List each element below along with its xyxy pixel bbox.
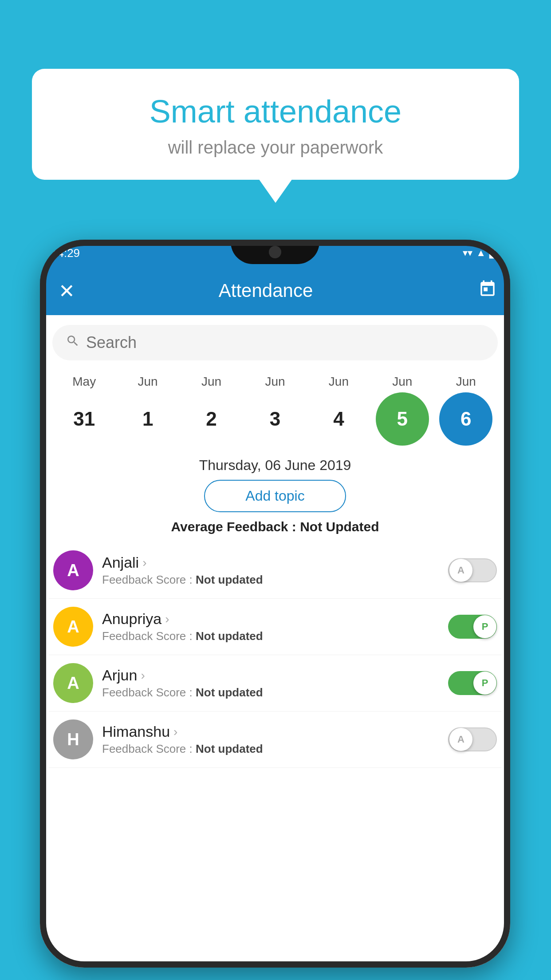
student-name[interactable]: Arjun › (102, 667, 448, 684)
search-input[interactable] (86, 333, 484, 352)
toggle-knob: A (449, 728, 472, 751)
avg-feedback-value: Not Updated (300, 519, 379, 534)
signal-icon: ▲ (476, 247, 486, 259)
avg-feedback: Average Feedback : Not Updated (40, 519, 510, 534)
feedback-score: Feedback Score : Not updated (102, 742, 448, 756)
status-time: 14:29 (51, 246, 80, 260)
status-icons: ▾▾ ▲ ▊ (463, 247, 497, 259)
month-jun-5: Jun (376, 375, 429, 389)
month-may: May (58, 375, 111, 389)
student-avatar: A (53, 607, 93, 647)
search-bar[interactable] (52, 325, 498, 360)
wifi-icon: ▾▾ (463, 247, 472, 259)
battery-icon: ▊ (489, 247, 497, 259)
avg-feedback-label: Average Feedback : (171, 519, 300, 534)
search-icon (66, 334, 80, 352)
date-31[interactable]: 31 (58, 392, 111, 446)
add-topic-button[interactable]: Add topic (204, 480, 346, 512)
attendance-toggle[interactable]: A (448, 727, 497, 751)
student-info: Arjun › Feedback Score : Not updated (102, 667, 448, 699)
month-jun-4: Jun (312, 375, 365, 389)
student-avatar: A (53, 663, 93, 703)
screen-content: May Jun Jun Jun Jun Jun Jun 31 1 2 3 4 5… (40, 315, 510, 968)
feedback-score: Feedback Score : Not updated (102, 573, 448, 587)
selected-date-label: Thursday, 06 June 2019 (40, 453, 510, 480)
calendar-months: May Jun Jun Jun Jun Jun Jun (40, 370, 510, 391)
student-avatar: A (53, 550, 93, 590)
app-bar: ✕ Attendance (40, 266, 510, 315)
calendar-dates[interactable]: 31 1 2 3 4 5 6 (40, 391, 510, 453)
feedback-score: Feedback Score : Not updated (102, 629, 448, 643)
student-avatar: H (53, 719, 93, 759)
attendance-toggle[interactable]: A (448, 558, 497, 582)
chevron-icon: › (141, 668, 145, 683)
toggle-container[interactable]: P (448, 671, 497, 695)
date-4[interactable]: 4 (312, 392, 365, 446)
toggle-knob: P (473, 615, 496, 638)
camera (269, 246, 281, 258)
date-2[interactable]: 2 (185, 392, 238, 446)
speech-bubble: Smart attendance will replace your paper… (32, 69, 519, 180)
toggle-container[interactable]: A (448, 558, 497, 582)
toggle-knob: P (473, 672, 496, 695)
student-info: Anjali › Feedback Score : Not updated (102, 554, 448, 587)
chevron-icon: › (165, 612, 169, 626)
student-info: Himanshu › Feedback Score : Not updated (102, 723, 448, 756)
month-jun-1: Jun (121, 375, 174, 389)
bubble-title: Smart attendance (59, 93, 492, 130)
chevron-icon: › (173, 725, 177, 739)
student-name[interactable]: Himanshu › (102, 723, 448, 740)
student-info: Anupriya › Feedback Score : Not updated (102, 610, 448, 643)
toggle-container[interactable]: A (448, 727, 497, 751)
attendance-toggle[interactable]: P (448, 671, 497, 695)
student-name[interactable]: Anupriya › (102, 610, 448, 628)
chevron-icon: › (142, 556, 146, 570)
date-5-today[interactable]: 5 (376, 392, 429, 446)
student-name[interactable]: Anjali › (102, 554, 448, 571)
month-jun-6: Jun (439, 375, 492, 389)
toggle-container[interactable]: P (448, 615, 497, 639)
app-title: Attendance (53, 280, 478, 301)
month-jun-3: Jun (248, 375, 302, 389)
phone-notch (231, 240, 319, 264)
student-item[interactable]: A Anjali › Feedback Score : Not updated … (49, 542, 501, 599)
phone-frame: 14:29 ▾▾ ▲ ▊ ✕ Attendance Ma (40, 240, 510, 968)
bubble-subtitle: will replace your paperwork (59, 138, 492, 158)
student-item[interactable]: A Arjun › Feedback Score : Not updated P (49, 655, 501, 711)
student-list: A Anjali › Feedback Score : Not updated … (40, 542, 510, 768)
month-jun-2: Jun (185, 375, 238, 389)
calendar-button[interactable] (478, 280, 497, 302)
feedback-score: Feedback Score : Not updated (102, 686, 448, 699)
student-item[interactable]: A Anupriya › Feedback Score : Not update… (49, 599, 501, 655)
toggle-knob: A (449, 559, 472, 582)
attendance-toggle[interactable]: P (448, 615, 497, 639)
date-1[interactable]: 1 (121, 392, 174, 446)
date-6-selected[interactable]: 6 (439, 392, 492, 446)
date-3[interactable]: 3 (248, 392, 302, 446)
student-item[interactable]: H Himanshu › Feedback Score : Not update… (49, 711, 501, 768)
